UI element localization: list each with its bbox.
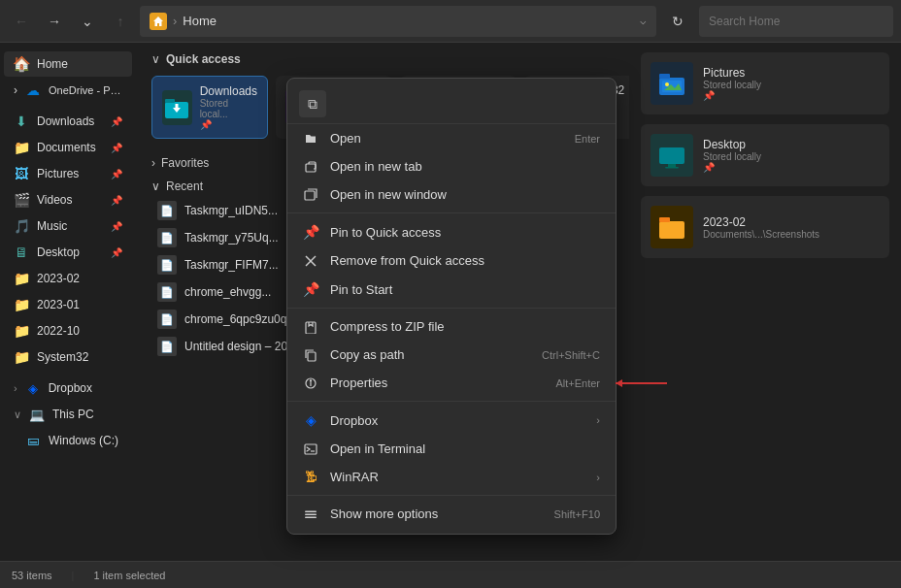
ctx-divider bbox=[287, 308, 616, 309]
folder-name: 2023-02 bbox=[703, 215, 819, 229]
folder-icon: 📁 bbox=[14, 297, 29, 312]
sidebar-2022-10-label: 2022-10 bbox=[37, 324, 80, 338]
ctx-copy-path[interactable]: Copy as path Ctrl+Shift+C bbox=[287, 341, 616, 369]
sidebar-documents-label: Documents bbox=[37, 141, 96, 154]
sidebar-item-onedrive[interactable]: › ☁ OneDrive - Pers bbox=[4, 78, 132, 103]
sidebar-onedrive-label: OneDrive - Pers bbox=[49, 84, 122, 96]
ctx-properties-label: Properties bbox=[330, 376, 387, 390]
svg-point-12 bbox=[665, 82, 669, 86]
pin-start-icon: 📌 bbox=[303, 281, 318, 297]
ctx-remove-quick-access-label: Remove from Quick access bbox=[330, 253, 484, 268]
svg-rect-33 bbox=[305, 513, 317, 515]
sidebar-item-2023-02[interactable]: 📁 2023-02 bbox=[4, 266, 132, 291]
ctx-properties[interactable]: Properties Alt+Enter bbox=[287, 369, 616, 397]
sidebar-item-desktop[interactable]: 🖥 Desktop 📌 bbox=[4, 240, 132, 265]
ctx-open-new-window[interactable]: Open in new window bbox=[287, 180, 616, 209]
ctx-pin-start[interactable]: 📌 Pin to Start bbox=[287, 275, 616, 304]
sidebar-item-downloads[interactable]: ⬇ Downloads 📌 bbox=[4, 109, 132, 134]
sidebar-item-documents[interactable]: 📁 Documents 📌 bbox=[4, 135, 132, 160]
svg-rect-15 bbox=[668, 164, 676, 167]
sidebar-item-videos[interactable]: 🎬 Videos 📌 bbox=[4, 187, 132, 212]
svg-rect-17 bbox=[659, 221, 684, 239]
svg-rect-18 bbox=[659, 217, 670, 222]
folder-name: Downloads bbox=[200, 84, 257, 98]
refresh-button[interactable]: ↻ bbox=[662, 6, 693, 37]
recent-label: Recent bbox=[166, 180, 203, 193]
copy-path-icon bbox=[303, 348, 318, 362]
pictures-folder-icon bbox=[651, 62, 693, 105]
sidebar-item-home[interactable]: 🏠 Home bbox=[4, 51, 132, 77]
sidebar-item-this-pc[interactable]: ∨ 💻 This PC bbox=[4, 402, 132, 427]
ctx-divider bbox=[287, 401, 616, 402]
right-card-pictures[interactable]: Pictures Stored locally 📌 bbox=[641, 52, 889, 114]
sidebar-item-pictures[interactable]: 🖼 Pictures 📌 bbox=[4, 161, 132, 186]
ctx-copy-path-shortcut: Ctrl+Shift+C bbox=[542, 349, 600, 361]
folder-sub: Stored locally bbox=[703, 80, 761, 90]
downloads-folder-info: Downloads Stored local... 📌 bbox=[200, 84, 257, 130]
desktop-icon: 🖥 bbox=[14, 245, 29, 260]
file-icon: 📄 bbox=[157, 282, 177, 302]
back-button[interactable]: ← bbox=[8, 8, 35, 35]
submenu-arrow-icon: › bbox=[596, 414, 600, 426]
dropbox-icon: ◈ bbox=[25, 380, 41, 396]
qa-card-downloads[interactable]: Downloads Stored local... 📌 bbox=[151, 76, 268, 139]
sidebar-item-dropbox[interactable]: › ◈ Dropbox bbox=[4, 376, 132, 401]
ctx-open[interactable]: Open Enter bbox=[287, 124, 616, 152]
up-button[interactable]: ↑ bbox=[107, 8, 134, 35]
ctx-open-terminal[interactable]: Open in Terminal bbox=[287, 435, 616, 463]
zip-icon bbox=[303, 320, 318, 334]
quick-access-header[interactable]: ∨ Quick access bbox=[151, 52, 614, 66]
desktop-folder-info: Desktop Stored locally 📌 bbox=[703, 138, 761, 173]
dropbox-menu-icon: ◈ bbox=[303, 412, 318, 428]
2023-02-folder-icon bbox=[651, 206, 693, 248]
ctx-open-new-tab[interactable]: Open in new tab bbox=[287, 152, 616, 180]
folder-name: Pictures bbox=[703, 66, 761, 80]
search-input[interactable] bbox=[699, 6, 893, 37]
ctx-compress-zip[interactable]: Compress to ZIP file bbox=[287, 312, 616, 341]
forward-button[interactable]: → bbox=[41, 8, 68, 35]
sidebar-desktop-label: Desktop bbox=[37, 245, 80, 259]
svg-rect-32 bbox=[305, 510, 317, 512]
sidebar-item-windows-c[interactable]: 🖴 Windows (C:) bbox=[4, 428, 132, 453]
terminal-icon bbox=[303, 442, 318, 456]
svg-rect-10 bbox=[659, 74, 670, 79]
ctx-show-more[interactable]: Show more options Shift+F10 bbox=[287, 500, 616, 528]
ctx-pin-quick-access[interactable]: 📌 Pin to Quick access bbox=[287, 217, 616, 246]
windows-icon: 🖴 bbox=[25, 433, 41, 448]
ctx-open-label: Open bbox=[330, 131, 361, 146]
copy-button[interactable]: ⧉ bbox=[299, 90, 326, 117]
context-menu-top: ⧉ bbox=[287, 84, 616, 124]
file-icon: 📄 bbox=[157, 255, 177, 275]
pin-icon: 📌 bbox=[111, 195, 122, 206]
new-tab-icon bbox=[303, 160, 318, 174]
item-count: 53 items bbox=[12, 570, 52, 581]
ctx-winrar[interactable]: 🗜 WinRAR › bbox=[287, 463, 616, 491]
svg-marker-29 bbox=[616, 379, 622, 387]
right-card-desktop[interactable]: Desktop Stored locally 📌 bbox=[641, 124, 889, 186]
sidebar-item-2023-01[interactable]: 📁 2023-01 bbox=[4, 292, 132, 317]
sidebar-dropbox-label: Dropbox bbox=[49, 381, 92, 395]
sidebar-item-system32[interactable]: 📁 System32 bbox=[4, 344, 132, 370]
ctx-divider bbox=[287, 212, 616, 213]
right-card-2023-02[interactable]: 2023-02 Documents\...\Screenshots bbox=[641, 196, 889, 258]
sidebar-item-2022-10[interactable]: 📁 2022-10 bbox=[4, 318, 132, 343]
folder-icon: 📁 bbox=[14, 323, 29, 339]
folder-icon: 📁 bbox=[14, 349, 29, 365]
right-panel: Pictures Stored locally 📌 Desktop Stored… bbox=[629, 43, 901, 561]
address-bar[interactable]: › Home ⌵ bbox=[140, 6, 656, 37]
selected-count: 1 item selected bbox=[93, 570, 165, 581]
folder-sub: Stored locally bbox=[703, 151, 761, 162]
chevron-down-icon[interactable]: ⌵ bbox=[640, 15, 647, 27]
ctx-open-terminal-label: Open in Terminal bbox=[330, 441, 425, 456]
sidebar-windows-c-label: Windows (C:) bbox=[49, 434, 118, 447]
ctx-dropbox[interactable]: ◈ Dropbox › bbox=[287, 406, 616, 435]
sidebar-pictures-label: Pictures bbox=[37, 167, 79, 180]
2023-02-folder-info: 2023-02 Documents\...\Screenshots bbox=[703, 215, 819, 240]
expand-icon: › bbox=[14, 382, 17, 394]
remove-icon bbox=[303, 254, 318, 268]
recent-locations-button[interactable]: ⌄ bbox=[74, 8, 101, 35]
sidebar-item-music[interactable]: 🎵 Music 📌 bbox=[4, 213, 132, 239]
chevron-icon: ∨ bbox=[151, 52, 160, 66]
ctx-remove-quick-access[interactable]: Remove from Quick access bbox=[287, 246, 616, 275]
folder-icon: 📁 bbox=[14, 271, 29, 286]
